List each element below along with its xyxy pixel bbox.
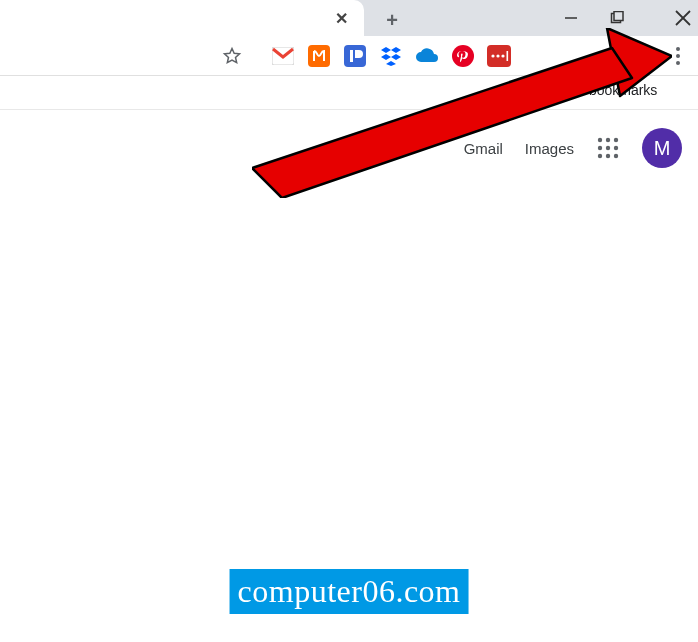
svg-point-23 bbox=[606, 146, 610, 150]
svg-point-20 bbox=[606, 138, 610, 142]
active-tab[interactable] bbox=[0, 0, 364, 36]
google-header-links: Gmail Images M bbox=[464, 128, 682, 168]
bookmark-star-button[interactable] bbox=[222, 46, 242, 66]
chrome-menu-button[interactable] bbox=[664, 42, 692, 70]
folder-icon bbox=[524, 83, 542, 97]
minimize-icon bbox=[564, 11, 578, 25]
gmail-icon bbox=[272, 47, 294, 65]
extension-onedrive[interactable] bbox=[414, 43, 440, 69]
tab-strip: ✕ + bbox=[0, 0, 698, 36]
svg-rect-8 bbox=[350, 50, 353, 62]
extension-row bbox=[270, 42, 512, 70]
svg-point-21 bbox=[614, 138, 618, 142]
extension-pushbullet[interactable] bbox=[342, 43, 368, 69]
svg-point-12 bbox=[496, 54, 499, 57]
extension-lastpass[interactable] bbox=[486, 43, 512, 69]
kebab-menu-icon bbox=[675, 46, 681, 66]
gmail-link[interactable]: Gmail bbox=[464, 140, 503, 157]
pushbullet-icon bbox=[344, 45, 366, 67]
extension-dropbox[interactable] bbox=[378, 43, 404, 69]
profile-button[interactable] bbox=[625, 42, 653, 70]
svg-point-11 bbox=[491, 54, 494, 57]
svg-point-19 bbox=[598, 138, 602, 142]
new-tab-button[interactable]: + bbox=[380, 8, 404, 32]
window-minimize-button[interactable] bbox=[548, 0, 594, 36]
svg-point-15 bbox=[636, 50, 642, 56]
svg-point-25 bbox=[598, 154, 602, 158]
other-bookmarks-folder[interactable]: Other bookmarks bbox=[524, 82, 657, 98]
images-link[interactable]: Images bbox=[525, 140, 574, 157]
svg-point-17 bbox=[676, 54, 680, 58]
extension-gmail[interactable] bbox=[270, 43, 296, 69]
window-close-button[interactable] bbox=[668, 0, 698, 36]
other-bookmarks-label: Other bookmarks bbox=[550, 82, 657, 98]
watermark: computer06.com bbox=[230, 569, 469, 614]
svg-rect-2 bbox=[614, 12, 623, 21]
star-icon bbox=[222, 46, 242, 66]
svg-point-22 bbox=[598, 146, 602, 150]
svg-point-18 bbox=[676, 61, 680, 65]
lastpass-icon bbox=[487, 45, 511, 67]
onedrive-icon bbox=[415, 48, 439, 64]
dropbox-icon bbox=[380, 46, 402, 66]
honey-icon bbox=[308, 45, 330, 67]
toolbar-separator bbox=[612, 44, 613, 68]
extension-pinterest[interactable] bbox=[450, 43, 476, 69]
svg-rect-14 bbox=[507, 51, 509, 61]
google-apps-button[interactable] bbox=[596, 136, 620, 160]
svg-point-13 bbox=[501, 54, 504, 57]
svg-point-24 bbox=[614, 146, 618, 150]
svg-point-9 bbox=[452, 45, 474, 67]
maximize-icon bbox=[610, 11, 624, 25]
svg-point-26 bbox=[606, 154, 610, 158]
extension-honey[interactable] bbox=[306, 43, 332, 69]
svg-point-16 bbox=[676, 47, 680, 51]
window-maximize-button[interactable] bbox=[594, 0, 640, 36]
apps-grid-icon bbox=[596, 136, 620, 160]
close-icon bbox=[674, 9, 692, 27]
pinterest-icon bbox=[452, 45, 474, 67]
profile-icon bbox=[630, 47, 648, 65]
account-avatar[interactable]: M bbox=[642, 128, 682, 168]
tab-close-button[interactable]: ✕ bbox=[333, 10, 349, 26]
bookmarks-bar: Other bookmarks bbox=[0, 76, 698, 110]
svg-point-27 bbox=[614, 154, 618, 158]
browser-toolbar bbox=[0, 36, 698, 76]
